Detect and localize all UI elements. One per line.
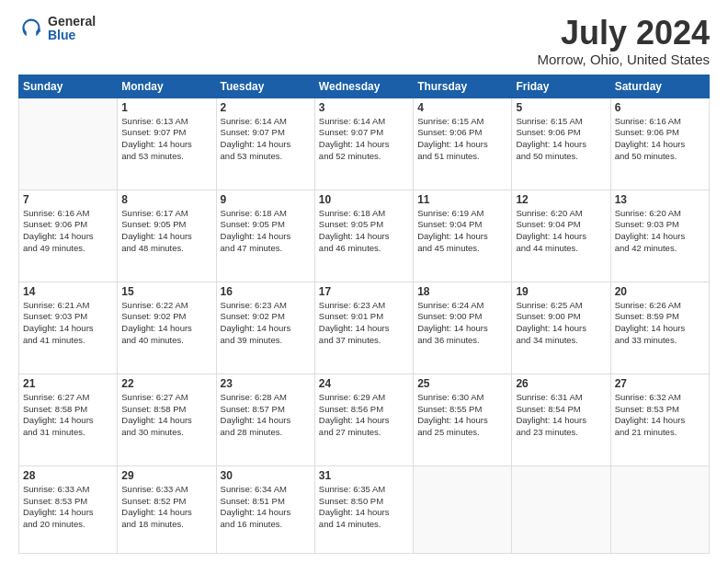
day-info: Sunrise: 6:13 AM Sunset: 9:07 PM Dayligh… [121,116,211,163]
day-number: 19 [516,285,606,298]
day-number: 13 [615,193,705,206]
table-row: 23Sunrise: 6:28 AM Sunset: 8:57 PM Dayli… [216,373,314,465]
day-info: Sunrise: 6:16 AM Sunset: 9:06 PM Dayligh… [615,116,705,163]
calendar-week-row: 21Sunrise: 6:27 AM Sunset: 8:58 PM Dayli… [19,373,710,465]
day-number: 29 [121,469,211,482]
day-info: Sunrise: 6:17 AM Sunset: 9:05 PM Dayligh… [121,208,211,255]
day-info: Sunrise: 6:32 AM Sunset: 8:53 PM Dayligh… [615,392,705,439]
day-info: Sunrise: 6:27 AM Sunset: 8:58 PM Dayligh… [23,392,113,439]
day-info: Sunrise: 6:26 AM Sunset: 8:59 PM Dayligh… [615,300,705,347]
table-row: 21Sunrise: 6:27 AM Sunset: 8:58 PM Dayli… [19,373,118,465]
table-row: 11Sunrise: 6:19 AM Sunset: 9:04 PM Dayli… [414,190,512,282]
table-row [512,465,610,553]
calendar-week-row: 14Sunrise: 6:21 AM Sunset: 9:03 PM Dayli… [19,282,710,373]
day-info: Sunrise: 6:14 AM Sunset: 9:07 PM Dayligh… [221,116,311,163]
table-row: 28Sunrise: 6:33 AM Sunset: 8:53 PM Dayli… [19,465,118,553]
day-number: 7 [23,193,113,206]
day-number: 31 [319,469,409,482]
logo-blue-text: Blue [48,29,96,42]
table-row: 29Sunrise: 6:33 AM Sunset: 8:52 PM Dayli… [118,465,216,553]
day-info: Sunrise: 6:20 AM Sunset: 9:03 PM Dayligh… [615,208,705,255]
day-number: 5 [516,101,606,114]
day-number: 1 [121,101,211,114]
day-number: 6 [615,101,705,114]
day-info: Sunrise: 6:25 AM Sunset: 9:00 PM Dayligh… [516,300,606,347]
table-row: 1Sunrise: 6:13 AM Sunset: 9:07 PM Daylig… [118,98,216,190]
day-info: Sunrise: 6:33 AM Sunset: 8:53 PM Dayligh… [23,484,113,531]
day-number: 30 [221,469,311,482]
day-info: Sunrise: 6:35 AM Sunset: 8:50 PM Dayligh… [319,484,409,531]
day-number: 9 [221,193,311,206]
table-row: 26Sunrise: 6:31 AM Sunset: 8:54 PM Dayli… [512,373,610,465]
day-info: Sunrise: 6:20 AM Sunset: 9:04 PM Dayligh… [516,208,606,255]
day-number: 12 [516,193,606,206]
col-thursday: Thursday [414,75,512,98]
col-saturday: Saturday [610,75,709,98]
day-info: Sunrise: 6:27 AM Sunset: 8:58 PM Dayligh… [121,392,211,439]
table-row [19,98,118,190]
day-info: Sunrise: 6:15 AM Sunset: 9:06 PM Dayligh… [516,116,606,163]
day-number: 2 [221,101,311,114]
day-number: 18 [417,285,507,298]
table-row: 14Sunrise: 6:21 AM Sunset: 9:03 PM Dayli… [19,282,118,373]
day-info: Sunrise: 6:23 AM Sunset: 9:01 PM Dayligh… [319,300,409,347]
day-number: 26 [516,377,606,390]
table-row: 19Sunrise: 6:25 AM Sunset: 9:00 PM Dayli… [512,282,610,373]
day-number: 27 [615,377,705,390]
table-row: 20Sunrise: 6:26 AM Sunset: 8:59 PM Dayli… [610,282,709,373]
day-number: 21 [23,377,113,390]
day-info: Sunrise: 6:34 AM Sunset: 8:51 PM Dayligh… [221,484,311,531]
page: General Blue July 2024 Morrow, Ohio, Uni… [0,0,728,563]
table-row: 15Sunrise: 6:22 AM Sunset: 9:02 PM Dayli… [118,282,216,373]
day-number: 17 [319,285,409,298]
day-number: 25 [417,377,507,390]
main-title: July 2024 [537,15,710,52]
day-info: Sunrise: 6:29 AM Sunset: 8:56 PM Dayligh… [319,392,409,439]
table-row: 24Sunrise: 6:29 AM Sunset: 8:56 PM Dayli… [314,373,413,465]
table-row: 3Sunrise: 6:14 AM Sunset: 9:07 PM Daylig… [314,98,413,190]
day-info: Sunrise: 6:31 AM Sunset: 8:54 PM Dayligh… [516,392,606,439]
day-info: Sunrise: 6:33 AM Sunset: 8:52 PM Dayligh… [121,484,211,531]
table-row: 30Sunrise: 6:34 AM Sunset: 8:51 PM Dayli… [216,465,314,553]
day-number: 22 [121,377,211,390]
table-row: 18Sunrise: 6:24 AM Sunset: 9:00 PM Dayli… [414,282,512,373]
table-row: 25Sunrise: 6:30 AM Sunset: 8:55 PM Dayli… [414,373,512,465]
day-info: Sunrise: 6:18 AM Sunset: 9:05 PM Dayligh… [221,208,311,255]
calendar-week-row: 1Sunrise: 6:13 AM Sunset: 9:07 PM Daylig… [19,98,710,190]
subtitle: Morrow, Ohio, United States [537,52,710,67]
table-row: 16Sunrise: 6:23 AM Sunset: 9:02 PM Dayli… [216,282,314,373]
day-number: 16 [221,285,311,298]
table-row: 8Sunrise: 6:17 AM Sunset: 9:05 PM Daylig… [118,190,216,282]
day-info: Sunrise: 6:18 AM Sunset: 9:05 PM Dayligh… [319,208,409,255]
day-info: Sunrise: 6:30 AM Sunset: 8:55 PM Dayligh… [417,392,507,439]
table-row: 7Sunrise: 6:16 AM Sunset: 9:06 PM Daylig… [19,190,118,282]
col-wednesday: Wednesday [314,75,413,98]
col-sunday: Sunday [19,75,118,98]
day-number: 14 [23,285,113,298]
table-row: 2Sunrise: 6:14 AM Sunset: 9:07 PM Daylig… [216,98,314,190]
day-info: Sunrise: 6:14 AM Sunset: 9:07 PM Dayligh… [319,116,409,163]
calendar-week-row: 28Sunrise: 6:33 AM Sunset: 8:53 PM Dayli… [19,465,710,553]
day-number: 24 [319,377,409,390]
calendar-week-row: 7Sunrise: 6:16 AM Sunset: 9:06 PM Daylig… [19,190,710,282]
table-row: 27Sunrise: 6:32 AM Sunset: 8:53 PM Dayli… [610,373,709,465]
day-info: Sunrise: 6:24 AM Sunset: 9:00 PM Dayligh… [417,300,507,347]
header-row: Sunday Monday Tuesday Wednesday Thursday… [19,75,710,98]
day-number: 8 [121,193,211,206]
day-info: Sunrise: 6:28 AM Sunset: 8:57 PM Dayligh… [221,392,311,439]
table-row [414,465,512,553]
table-row: 9Sunrise: 6:18 AM Sunset: 9:05 PM Daylig… [216,190,314,282]
day-info: Sunrise: 6:23 AM Sunset: 9:02 PM Dayligh… [221,300,311,347]
day-number: 11 [417,193,507,206]
day-number: 28 [23,469,113,482]
day-info: Sunrise: 6:21 AM Sunset: 9:03 PM Dayligh… [23,300,113,347]
table-row: 10Sunrise: 6:18 AM Sunset: 9:05 PM Dayli… [314,190,413,282]
day-number: 23 [221,377,311,390]
logo-general-text: General [48,15,96,29]
table-row [610,465,709,553]
logo: General Blue [18,15,96,43]
col-monday: Monday [118,75,216,98]
table-row: 31Sunrise: 6:35 AM Sunset: 8:50 PM Dayli… [314,465,413,553]
table-row: 13Sunrise: 6:20 AM Sunset: 9:03 PM Dayli… [610,190,709,282]
day-number: 4 [417,101,507,114]
